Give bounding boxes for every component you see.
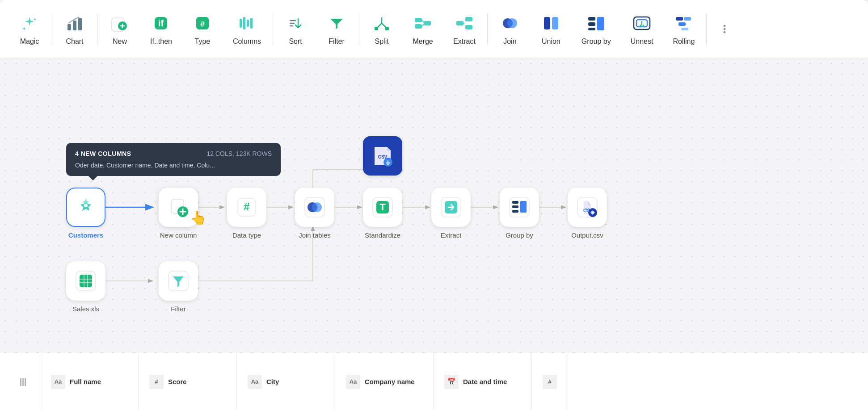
node-standardize[interactable]: T Standardize (363, 188, 402, 239)
join-icon (499, 13, 521, 34)
svg-rect-10 (243, 17, 245, 29)
node-output-csv[interactable]: CSV Output.csv (568, 188, 607, 239)
divider-6 (706, 13, 707, 45)
groupby-icon (586, 13, 607, 34)
svg-point-58 (312, 202, 322, 212)
table-col-fullname: Aa Full name (40, 353, 139, 410)
node-filter-canvas[interactable]: Filter (159, 261, 198, 313)
divider-2 (97, 13, 97, 45)
extract-label-canvas: Extract (441, 231, 462, 239)
svg-rect-11 (247, 20, 249, 27)
toolbar-item-groupby[interactable]: Group by (572, 0, 621, 58)
toolbar-item-extract[interactable]: Extract (443, 0, 485, 58)
table-col-bars: ||| (9, 353, 40, 410)
node-extract[interactable]: Extract (431, 188, 471, 239)
node-data-type[interactable]: # Data type (227, 188, 266, 239)
svg-rect-25 (588, 17, 595, 21)
extract-label: Extract (453, 38, 476, 46)
node-join-tables[interactable]: Join tables (295, 188, 334, 239)
rolling-label: Rolling (673, 38, 695, 46)
svg-rect-16 (415, 24, 422, 29)
ifthen-label: If..then (150, 38, 172, 46)
type-label: Type (195, 38, 211, 46)
sort-label: Sort (289, 38, 302, 46)
output-csv-label: Output.csv (571, 231, 603, 239)
toolbar-item-sort[interactable]: Sort (275, 0, 316, 58)
tooltip: 4 NEW COLUMNS 12 COLS, 123K ROWS Oder da… (66, 143, 281, 176)
magic-label: Magic (20, 38, 39, 46)
svg-rect-32 (678, 22, 686, 26)
standardize-icon: T (363, 188, 402, 227)
join-tables-label: Join tables (299, 231, 331, 239)
columns-icon (236, 13, 257, 34)
filter-icon (326, 13, 347, 34)
toolbar-item-ifthen[interactable]: if If..then (140, 0, 182, 58)
svg-rect-27 (588, 28, 595, 30)
toolbar-item-rolling[interactable]: Rolling (663, 0, 704, 58)
divider-5 (487, 13, 488, 45)
merge-icon (412, 13, 434, 34)
divider-3 (273, 13, 273, 45)
toolbar-item-union[interactable]: Union (531, 0, 572, 58)
toolbar-item-magic[interactable]: Magic (9, 0, 50, 58)
svg-rect-15 (415, 18, 422, 22)
toolbar-item-new[interactable]: New (99, 0, 140, 58)
merge-label: Merge (413, 38, 433, 46)
toolbar-item-unnest[interactable]: Unnest (621, 0, 663, 58)
chart-icon (64, 13, 85, 34)
toolbar-item-more[interactable] (708, 0, 741, 58)
toolbar-item-merge[interactable]: Merge (402, 0, 443, 58)
tooltip-body: Oder date, Customer name, Date and time,… (75, 162, 272, 169)
rolling-icon (673, 13, 695, 34)
toolbar-item-type[interactable]: # Type (182, 0, 223, 58)
node-groupby-canvas[interactable]: Group by (500, 188, 539, 239)
table-col-hash: # (532, 353, 568, 410)
new-icon (109, 13, 131, 34)
node-customers[interactable]: Customers (66, 188, 105, 239)
data-type-label: Data type (232, 231, 261, 239)
unnest-icon (631, 13, 653, 34)
filter-canvas-icon (159, 261, 198, 301)
filter-label: Filter (329, 38, 345, 46)
node-csv-top[interactable]: CSV (363, 136, 402, 176)
toolbar-item-join[interactable]: Join (489, 0, 531, 58)
sales-icon (66, 261, 105, 301)
columns-label: Columns (233, 38, 261, 46)
city-type-icon: Aa (248, 375, 262, 389)
svg-rect-0 (67, 24, 71, 30)
fullname-type-icon: Aa (51, 375, 65, 389)
city-header: City (266, 378, 279, 385)
toolbar-item-columns[interactable]: Columns (223, 0, 271, 58)
svg-text:#: # (244, 201, 249, 213)
sales-label: Sales.xls (72, 305, 99, 313)
table-col-city: Aa City (237, 353, 335, 410)
toolbar-item-chart[interactable]: Chart (54, 0, 95, 58)
svg-point-36 (724, 28, 726, 30)
svg-rect-13 (375, 27, 378, 30)
new-label: New (113, 38, 127, 46)
svg-rect-67 (512, 210, 518, 213)
svg-rect-34 (681, 28, 688, 30)
ifthen-icon: if (150, 13, 172, 34)
toolbar-item-split[interactable]: Split (361, 0, 402, 58)
svg-point-37 (724, 31, 726, 33)
score-header: Score (168, 378, 187, 385)
svg-rect-2 (78, 18, 82, 30)
svg-point-22 (507, 18, 517, 28)
svg-rect-18 (465, 17, 472, 21)
new-column-label: New column (160, 231, 197, 239)
node-new-column[interactable]: New column 👆 (159, 188, 198, 239)
svg-rect-66 (512, 205, 518, 208)
extract-icon (454, 13, 475, 34)
svg-rect-33 (684, 17, 691, 21)
union-icon (540, 13, 562, 34)
node-sales[interactable]: Sales.xls (66, 261, 105, 313)
tooltip-meta: 12 COLS, 123K ROWS (206, 150, 272, 157)
output-csv-icon: CSV (568, 188, 607, 227)
join-tables-icon (295, 188, 334, 227)
groupby-flow-icon (500, 188, 539, 227)
toolbar-item-filter[interactable]: Filter (316, 0, 357, 58)
svg-rect-28 (597, 17, 604, 30)
divider-1 (52, 13, 52, 45)
split-icon (371, 13, 392, 34)
